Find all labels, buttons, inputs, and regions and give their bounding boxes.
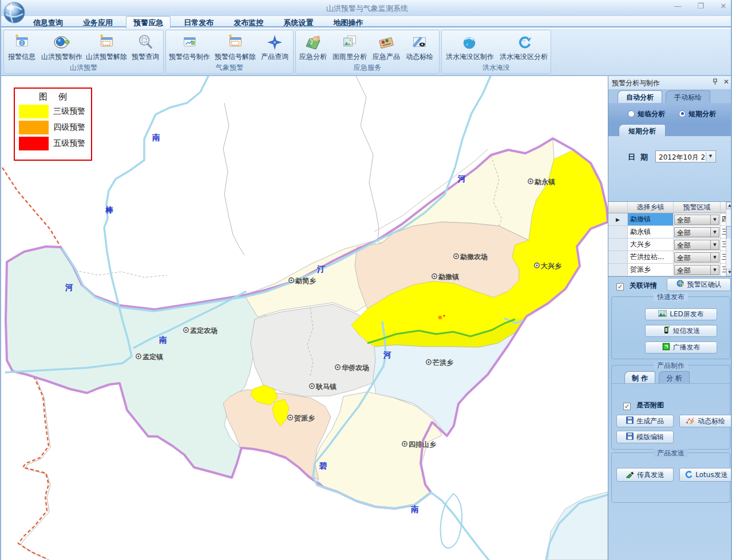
region-dropdown[interactable]: 全部▼ [674, 252, 719, 263]
flood-warning-make-icon [53, 33, 71, 52]
subtab-short-term[interactable]: 短期分析 [619, 124, 666, 136]
lotus-send-button[interactable]: Lotus发送 [679, 468, 732, 482]
table-row[interactable]: 芒洪拉祜... 全部▼ 三 [608, 251, 732, 264]
emergency-analysis-button[interactable]: 应急分析 [296, 31, 330, 62]
attach-map-checkbox[interactable]: ✓ [623, 403, 631, 410]
svg-text:贺派乡: 贺派乡 [294, 414, 315, 422]
warning-search-icon [137, 33, 154, 52]
link-detail-checkbox[interactable]: ✓ [616, 283, 624, 291]
flood-zone-analysis-button[interactable]: 洪水淹没区分析 [497, 31, 550, 62]
menu-tab-info-query[interactable]: 信息查询 [26, 17, 70, 29]
led-publish-button[interactable]: LED屏发布 [645, 308, 717, 320]
chevron-down-icon[interactable]: ▼ [706, 152, 715, 161]
map-viewport[interactable]: 图 例 三级预警 四级预警 五级预警 [1, 76, 608, 560]
flood-warning-make-button[interactable]: 山洪预警制作 [39, 31, 85, 62]
region-dropdown[interactable]: 全部▼ [674, 215, 719, 225]
globe-plus-icon [676, 280, 684, 289]
rain-analysis-button[interactable]: 面雨里分析 [330, 31, 370, 62]
scroll-up-icon[interactable]: ▲ [726, 202, 732, 209]
close-button[interactable]: ✕ [718, 2, 729, 11]
plot-pencil-icon [686, 416, 695, 426]
menu-tab-system-settings[interactable]: 系统设置 [276, 17, 320, 29]
flood-zone-make-button[interactable]: 洪水淹没区制作 [442, 31, 497, 62]
broadcast-publish-button[interactable]: 广播发布 [645, 341, 717, 354]
event-dot-orange [438, 316, 442, 319]
tab-auto-analysis[interactable]: 自动分析 [618, 90, 662, 103]
alarm-info-button[interactable]: 报警信息 [5, 31, 39, 62]
svg-text:棒: 棒 [105, 205, 114, 215]
emergency-product-button[interactable]: 应急产品 [370, 31, 403, 62]
product-search-button[interactable]: 产品查询 [258, 31, 291, 62]
flood-warning-clear-icon [98, 33, 115, 52]
pin-icon[interactable] [712, 78, 718, 86]
product-search-icon [266, 33, 283, 52]
row-selector[interactable]: ▶ [608, 213, 628, 225]
fax-send-button[interactable]: 传真发送 [616, 468, 674, 482]
chevron-down-icon: ▼ [710, 240, 719, 249]
table-row[interactable]: 大兴乡 全部▼ 三 [608, 239, 732, 251]
warning-search-button[interactable]: 预警查询 [128, 31, 163, 62]
legend-swatch-level4 [19, 121, 49, 134]
template-edit-button[interactable]: 模版编辑 [616, 431, 674, 443]
row-selector[interactable] [608, 226, 628, 238]
svg-text:孟定农场: 孟定农场 [190, 327, 217, 335]
restore-button[interactable]: ❐ [695, 2, 706, 11]
dynamic-plot-icon [411, 33, 428, 52]
flood-warning-clear-button[interactable]: 山洪预警解除 [85, 31, 128, 62]
flood-zone-analysis-icon [515, 33, 532, 52]
national-border-dashed-line [18, 376, 49, 559]
confirm-warning-zone-button[interactable]: 预警区确认 [667, 278, 731, 291]
svg-text:勐简乡: 勐简乡 [295, 277, 316, 285]
legend-item: 四级预警 [19, 121, 91, 134]
menu-tab-publish-monitor[interactable]: 发布监控 [227, 17, 270, 29]
svg-text:耿马镇: 耿马镇 [315, 383, 337, 391]
table-row[interactable]: ▶ 勐撒镇 全部▼ 四 [608, 213, 732, 226]
tab-analysis[interactable]: 分 析 [659, 371, 690, 383]
sms-send-button[interactable]: 短信发送 [645, 325, 717, 337]
menu-tab-daily-publish[interactable]: 日常发布 [177, 17, 220, 29]
date-dropdown[interactable]: 2012年10月 2日 ▼ [655, 150, 716, 162]
analysis-mode-radios: 短临分析 短期分析 [608, 103, 732, 123]
menu-tab-warning-emergency[interactable]: 预警应急 [126, 16, 171, 29]
svg-text:南: 南 [152, 133, 160, 142]
panel-header: 预警分析与制作 ✕ [608, 76, 732, 89]
dynamic-plot-panel-button[interactable]: 动态标绘 [679, 415, 732, 427]
svg-text:勐撒镇: 勐撒镇 [438, 273, 459, 281]
menu-tab-map-operations[interactable]: 地图操作 [327, 17, 370, 29]
tab-make[interactable]: 制 作 [624, 371, 655, 383]
subtab-row: 短期分析 [608, 123, 732, 136]
minimize-button[interactable]: — [672, 2, 683, 11]
column-header-region[interactable]: 预警区域 [674, 202, 721, 213]
signal-clear-button[interactable]: 预警信号解除 [212, 31, 258, 62]
legend-item: 五级预警 [19, 137, 91, 150]
map-canvas[interactable]: 勐永镇 大兴乡 勐撒农场 勐撒镇 勐简乡 孟定农场 孟定镇 华侨农场 耿马镇 芒… [1, 76, 608, 560]
radio-shortterm-nowcast[interactable]: 短临分析 [628, 108, 665, 119]
close-panel-icon[interactable]: ✕ [723, 78, 729, 85]
chevron-down-icon: ▼ [710, 215, 719, 224]
row-selector[interactable] [608, 251, 628, 263]
table-row[interactable]: 勐永镇 全部▼ 三 [608, 226, 732, 239]
region-dropdown[interactable]: 全部▼ [674, 265, 719, 275]
scroll-down-icon[interactable]: ▼ [726, 269, 732, 276]
row-selector[interactable] [608, 264, 628, 276]
table-row[interactable]: 贺派乡 全部▼ 三 ▼ [608, 264, 732, 276]
signal-clear-icon [227, 33, 244, 52]
generate-product-button[interactable]: 生成产品 [616, 415, 674, 427]
region-dropdown[interactable]: 全部▼ [674, 227, 719, 237]
signal-make-button[interactable]: 预警信号制作 [167, 31, 212, 62]
broadcast-icon [662, 343, 670, 352]
mobile-phone-icon [662, 326, 670, 336]
app-logo-globe-icon [2, 1, 26, 27]
emergency-analysis-icon [304, 33, 322, 52]
ribbon-group-title: 洪水淹没 [442, 63, 551, 73]
column-header-town[interactable]: 选择乡镇 [628, 202, 674, 213]
row-selector[interactable] [608, 239, 628, 251]
region-dropdown[interactable]: 全部▼ [674, 240, 719, 250]
menu-tab-business[interactable]: 业务应用 [76, 17, 120, 29]
radio-shortterm-forecast[interactable]: 短期分析 [679, 108, 716, 119]
dynamic-plot-button[interactable]: 动态标绘 [403, 31, 436, 62]
tab-manual-plot[interactable]: 手动标绘 [666, 90, 710, 103]
alarm-info-icon [13, 33, 30, 52]
map-region-corner [548, 492, 608, 560]
legend-title: 图 例 [15, 92, 91, 102]
